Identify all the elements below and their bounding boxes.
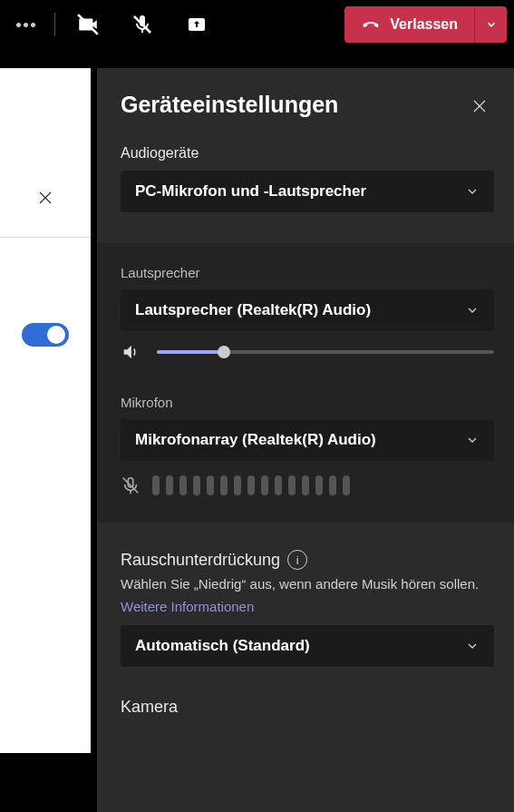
mic-muted-icon [121, 475, 141, 495]
camera-off-icon[interactable] [66, 6, 110, 43]
toggle-switch[interactable] [22, 323, 69, 347]
toggle-knob [47, 326, 65, 344]
dropdown-value: Mikrofonarray (Realtek(R) Audio) [135, 431, 376, 449]
hangup-icon [361, 15, 381, 34]
audio-devices-dropdown[interactable]: PC-Mikrofon und -Lautsprecher [121, 171, 494, 212]
meeting-topbar: Verlassen [0, 0, 514, 49]
mic-off-icon[interactable] [121, 6, 164, 43]
noise-label: Rauschunterdrückung [121, 551, 280, 570]
speaker-label: Lautsprecher [121, 265, 494, 280]
chevron-down-icon [465, 639, 480, 653]
more-info-link[interactable]: Weitere Informationen [121, 599, 254, 614]
dropdown-value: PC-Mikrofon und -Lautsprecher [135, 182, 366, 201]
slider-thumb [218, 346, 230, 358]
info-icon[interactable]: i [287, 550, 307, 570]
audio-devices-section: Audiogeräte PC-Mikrofon und -Lautspreche… [121, 145, 494, 212]
mic-level-meter [121, 475, 494, 495]
close-pane-button[interactable] [465, 92, 494, 121]
speaker-mic-block: Lautsprecher Lautsprecher (Realtek(R) Au… [97, 243, 514, 523]
mic-dropdown[interactable]: Mikrofonarray (Realtek(R) Audio) [121, 419, 494, 461]
share-screen-icon[interactable] [175, 6, 218, 43]
chevron-down-icon [465, 184, 480, 199]
mic-label: Mikrofon [121, 395, 494, 410]
slider-fill [157, 350, 224, 354]
noise-dropdown[interactable]: Automatisch (Standard) [121, 625, 494, 667]
divider [54, 13, 55, 36]
svg-marker-7 [124, 346, 131, 359]
audio-devices-label: Audiogeräte [121, 145, 494, 161]
camera-label: Kamera [121, 698, 494, 717]
speaker-volume-slider[interactable] [157, 350, 494, 354]
side-panel [0, 68, 91, 753]
leave-label: Verlassen [390, 16, 458, 33]
pane-title: Geräteeinstellungen [121, 92, 494, 118]
dropdown-value: Lautsprecher (Realtek(R) Audio) [135, 301, 371, 319]
dropdown-value: Automatisch (Standard) [135, 637, 310, 655]
leave-button[interactable]: Verlassen [344, 6, 474, 43]
more-actions-button[interactable] [7, 6, 44, 43]
speaker-dropdown[interactable]: Lautsprecher (Realtek(R) Audio) [121, 289, 494, 331]
divider [0, 237, 91, 238]
noise-desc: Wählen Sie „Niedrig“ aus, wenn andere Mu… [121, 575, 494, 593]
device-settings-pane: Geräteeinstellungen Audiogeräte PC-Mikro… [97, 68, 514, 812]
chevron-down-icon [465, 303, 480, 318]
chevron-down-icon [465, 433, 480, 447]
close-side-panel-button[interactable] [25, 178, 65, 218]
noise-suppression-section: Rauschunterdrückung i Wählen Sie „Niedri… [121, 550, 494, 667]
camera-section: Kamera [121, 698, 494, 717]
speaker-volume-icon [121, 342, 141, 362]
leave-options-button[interactable] [474, 6, 507, 43]
